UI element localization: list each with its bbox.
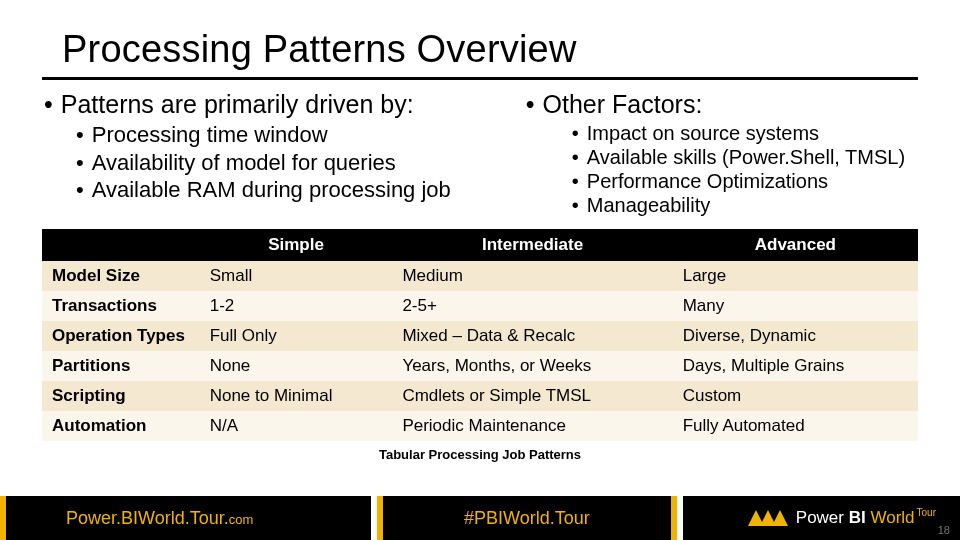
logo-prefix: Power	[796, 508, 849, 527]
bullet-dot-icon: •	[526, 90, 535, 119]
table-cell: Mixed – Data & Recalc	[392, 321, 672, 351]
right-item: •Performance Optimizations	[572, 169, 918, 193]
slide-title: Processing Patterns Overview	[62, 28, 918, 71]
right-item-text: Available skills (Power.Shell, TMSL)	[587, 145, 905, 169]
table-row: Automation N/A Periodic Maintenance Full…	[42, 411, 918, 441]
table-header-row: Simple Intermediate Advanced	[42, 229, 918, 261]
table-cell: 1-2	[200, 291, 393, 321]
left-column: • Patterns are primarily driven by: •Pro…	[42, 90, 524, 217]
table-header-cell: Advanced	[673, 229, 918, 261]
bullet-dot-icon: •	[76, 121, 84, 149]
table-header-cell: Intermediate	[392, 229, 672, 261]
right-column: • Other Factors: •Impact on source syste…	[524, 90, 918, 217]
table-cell: N/A	[200, 411, 393, 441]
footer-hashtag: #PBIWorld.Tour	[464, 508, 590, 529]
table-cell: Custom	[673, 381, 918, 411]
right-item: •Impact on source systems	[572, 121, 918, 145]
table-row: Scripting None to Minimal Cmdlets or Sim…	[42, 381, 918, 411]
right-heading-text: Other Factors:	[543, 90, 703, 119]
table-cell: Periodic Maintenance	[392, 411, 672, 441]
footer-left: Power.BIWorld.Tour.com	[6, 496, 371, 540]
table-row: Partitions None Years, Months, or Weeks …	[42, 351, 918, 381]
right-item: •Available skills (Power.Shell, TMSL)	[572, 145, 918, 169]
right-item: •Manageability	[572, 193, 918, 217]
footer-logo-text: Power BI WorldTour	[796, 508, 936, 528]
table-cell: Small	[200, 261, 393, 291]
left-item: •Availability of model for queries	[76, 149, 524, 177]
table-body: Model Size Small Medium Large Transactio…	[42, 261, 918, 441]
page-number: 18	[938, 524, 950, 536]
logo-tour: Tour	[917, 508, 936, 517]
table-cell: 2-5+	[392, 291, 672, 321]
logo-world: World	[870, 508, 914, 527]
logo-bi: BI	[849, 508, 866, 527]
right-item-text: Impact on source systems	[587, 121, 819, 145]
left-item-text: Availability of model for queries	[92, 149, 396, 177]
left-item-text: Processing time window	[92, 121, 328, 149]
svg-marker-2	[772, 510, 788, 526]
left-heading-text: Patterns are primarily driven by:	[61, 90, 414, 119]
footer-brand: Power.BIWorld.Tour.com	[66, 508, 253, 529]
left-item: •Processing time window	[76, 121, 524, 149]
bullet-dot-icon: •	[572, 169, 579, 193]
table-cell: None	[200, 351, 393, 381]
chevron-logo-icon	[748, 510, 788, 526]
table-header-cell: Simple	[200, 229, 393, 261]
table-row: Model Size Small Medium Large	[42, 261, 918, 291]
table-cell: Full Only	[200, 321, 393, 351]
bullet-dot-icon: •	[572, 145, 579, 169]
table-cell: Cmdlets or Simple TMSL	[392, 381, 672, 411]
footer-brand-main: Power.BIWorld.Tour.	[66, 508, 229, 528]
table-cell: Fully Automated	[673, 411, 918, 441]
footer-bar: Power.BIWorld.Tour.com #PBIWorld.Tour Po…	[0, 496, 960, 540]
table-caption: Tabular Processing Job Patterns	[42, 447, 918, 462]
table-cell: Large	[673, 261, 918, 291]
footer-brand-suffix: com	[229, 512, 254, 527]
left-item: •Available RAM during processing job	[76, 176, 524, 204]
right-heading: • Other Factors:	[524, 90, 918, 119]
table-cell: Medium	[392, 261, 672, 291]
table-header-cell	[42, 229, 200, 261]
table-cell: Model Size	[42, 261, 200, 291]
table-cell: Scripting	[42, 381, 200, 411]
bullet-dot-icon: •	[572, 193, 579, 217]
table-cell: Partitions	[42, 351, 200, 381]
right-item-text: Manageability	[587, 193, 710, 217]
table-head: Simple Intermediate Advanced	[42, 229, 918, 261]
table-cell: Years, Months, or Weeks	[392, 351, 672, 381]
bullet-dot-icon: •	[44, 90, 53, 119]
footer-right: Power BI WorldTour	[683, 496, 960, 540]
table-cell: Many	[673, 291, 918, 321]
table-cell: Operation Types	[42, 321, 200, 351]
table-cell: Automation	[42, 411, 200, 441]
right-item-text: Performance Optimizations	[587, 169, 828, 193]
table-cell: Diverse, Dynamic	[673, 321, 918, 351]
bullet-dot-icon: •	[572, 121, 579, 145]
title-rule	[42, 77, 918, 80]
table-cell: None to Minimal	[200, 381, 393, 411]
table-cell: Days, Multiple Grains	[673, 351, 918, 381]
left-item-text: Available RAM during processing job	[92, 176, 451, 204]
bullet-dot-icon: •	[76, 149, 84, 177]
bullet-dot-icon: •	[76, 176, 84, 204]
footer-logo: Power BI WorldTour	[748, 508, 936, 528]
left-heading: • Patterns are primarily driven by:	[42, 90, 524, 119]
table-row: Operation Types Full Only Mixed – Data &…	[42, 321, 918, 351]
slide: Processing Patterns Overview • Patterns …	[0, 0, 960, 540]
content-columns: • Patterns are primarily driven by: •Pro…	[42, 90, 918, 217]
patterns-table: Simple Intermediate Advanced Model Size …	[42, 229, 918, 441]
footer-mid: #PBIWorld.Tour	[383, 496, 671, 540]
table-cell: Transactions	[42, 291, 200, 321]
table-row: Transactions 1-2 2-5+ Many	[42, 291, 918, 321]
